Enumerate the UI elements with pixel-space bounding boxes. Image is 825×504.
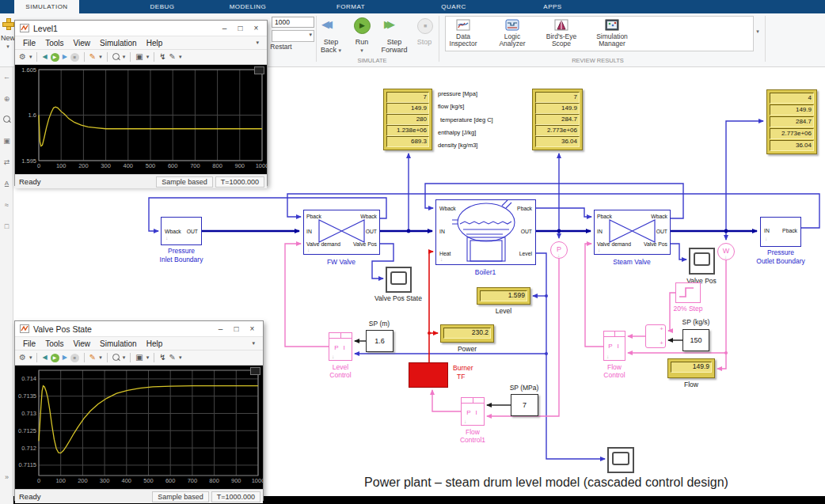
run-button[interactable]: Run▾ — [346, 38, 378, 55]
style-brush-icon[interactable]: ✎ — [89, 353, 96, 362]
new-button[interactable]: New — [0, 34, 16, 42]
step-forward-icon[interactable]: ▶ — [63, 353, 67, 362]
settings-gear-icon[interactable]: ⚙ — [19, 353, 26, 362]
step-forward-icon[interactable]: ▶▶ — [384, 16, 390, 33]
stop-time-input[interactable] — [272, 17, 314, 28]
zoom-icon[interactable] — [112, 353, 120, 362]
trigger-icon[interactable]: ↯ — [159, 353, 165, 362]
display-block-fw[interactable]: 7 149.9 280 1.238e+06 689.3 — [383, 89, 432, 150]
expand-axes-icon[interactable] — [254, 66, 264, 74]
block-level-control[interactable]: P I ↓ — [329, 332, 352, 361]
fit-view-icon[interactable]: ▣ — [0, 137, 13, 145]
window-title-bar[interactable]: Valve Pos State – □ × — [15, 321, 263, 337]
area-icon[interactable]: □ — [0, 222, 13, 230]
menu-file[interactable]: File — [18, 339, 40, 348]
block-sp-m[interactable]: 1.6 — [366, 330, 393, 352]
curve-icon[interactable]: ≈ — [0, 201, 13, 209]
run-icon[interactable]: ▶ — [51, 354, 59, 362]
block-scope-valve-pos[interactable] — [689, 248, 715, 275]
block-pressure-inlet-boundary[interactable]: Wback OUT ↓ — [161, 217, 202, 245]
pin-icon[interactable]: ▾ — [247, 340, 260, 347]
fit-view-icon[interactable]: ▣ — [135, 52, 143, 62]
tab-quarc[interactable]: QUARC — [426, 0, 481, 13]
tab-apps[interactable]: APPS — [529, 0, 576, 13]
sensor-pressure[interactable]: P↓ — [550, 241, 568, 259]
step-forward-button[interactable]: StepForward — [378, 38, 410, 54]
stop-button[interactable]: Stop — [409, 38, 440, 46]
window-title-bar[interactable]: Level1 – □ × — [15, 21, 267, 36]
chevron-down-icon[interactable]: ▾ — [0, 43, 16, 51]
menu-help[interactable]: Help — [142, 339, 168, 348]
block-pressure-outlet-boundary[interactable]: IN Pback ↓ — [760, 217, 801, 247]
block-sp-mpa[interactable]: 7 — [511, 394, 538, 416]
tab-simulation[interactable]: SIMULATION — [14, 0, 79, 13]
scope-plot-area[interactable]: 010020030040050060070080090010001.5951.6… — [15, 65, 267, 174]
maximize-button[interactable]: □ — [234, 24, 246, 32]
menu-help[interactable]: Help — [142, 39, 168, 47]
block-scope-bottom[interactable] — [607, 447, 634, 473]
close-button[interactable]: × — [250, 24, 262, 32]
tab-debug[interactable]: DEBUG — [135, 0, 190, 13]
display-level[interactable]: 1.599 — [477, 287, 530, 305]
menu-file[interactable]: File — [18, 39, 40, 47]
block-flow-control1[interactable]: P I ↓ — [461, 397, 485, 426]
block-burner-tf[interactable] — [409, 362, 448, 388]
scope-window-level1[interactable]: Level1 – □ × File Tools View Simulation … — [14, 20, 268, 186]
block-fw-valve[interactable]: Pback IN Valve demand Wback OUT Valve Po… — [303, 210, 380, 255]
swap-icon[interactable]: ⇄ — [0, 158, 13, 166]
link-signal-icon[interactable]: ◀ — [42, 52, 47, 62]
zoom-icon[interactable] — [112, 52, 120, 62]
stop-icon[interactable]: ■ — [70, 53, 79, 62]
display-block-outlet[interactable]: 4 149.9 284.7 2.773e+06 36.04 — [766, 89, 817, 154]
simulation-mode-dropdown[interactable]: ▾ — [272, 30, 314, 42]
logic-analyzer-button[interactable]: LogicAnalyzer — [489, 19, 535, 48]
tab-modeling[interactable]: MODELING — [220, 0, 276, 13]
step-back-icon[interactable]: ◀◀ — [321, 16, 328, 33]
run-icon[interactable]: ▶ — [354, 17, 371, 34]
minimize-button[interactable]: – — [219, 24, 230, 32]
run-icon[interactable]: ▶ — [51, 53, 59, 62]
menu-simulation[interactable]: Simulation — [95, 339, 142, 348]
block-flow-control[interactable]: P I ↓ — [603, 331, 625, 361]
trigger-icon[interactable]: ↯ — [159, 52, 165, 62]
stop-icon[interactable]: ■ — [70, 354, 79, 362]
scope-plot-area[interactable]: 010020030040050060070080090010000.71150.… — [15, 366, 263, 489]
sensor-flow[interactable]: W↓ — [717, 243, 735, 260]
pin-icon[interactable]: ▾ — [251, 40, 264, 46]
link-signal-icon[interactable]: ◀ — [42, 353, 47, 362]
menu-view[interactable]: View — [68, 339, 95, 348]
minimize-button[interactable]: – — [215, 324, 226, 333]
menu-view[interactable]: View — [68, 39, 95, 47]
settings-gear-icon[interactable]: ⚙ — [19, 52, 26, 62]
annotation-icon[interactable]: A — [0, 180, 13, 187]
menu-simulation[interactable]: Simulation — [95, 39, 142, 47]
expand-palette-icon[interactable]: » — [0, 473, 13, 481]
zoom-indicator-icon[interactable]: ⊕ — [0, 95, 13, 103]
menu-tools[interactable]: Tools — [40, 339, 68, 348]
style-brush-icon[interactable]: ✎ — [89, 52, 96, 62]
panel-expand-icon[interactable]: ▾ — [752, 28, 763, 36]
new-icon[interactable] — [2, 18, 13, 28]
display-power[interactable]: 230.2 — [440, 324, 494, 343]
hide-browser-icon[interactable]: ← — [0, 73, 13, 81]
data-inspector-button[interactable]: DataInspector — [440, 19, 486, 48]
maximize-button[interactable]: □ — [230, 324, 242, 333]
tab-format[interactable]: FORMAT — [323, 0, 378, 13]
display-block-drum[interactable]: 7 149.9 284.7 2.773e+06 36.04 — [532, 89, 583, 150]
zoom-icon[interactable] — [0, 116, 13, 124]
birds-eye-scope-button[interactable]: Bird's-EyeScope — [538, 19, 584, 48]
simulation-manager-button[interactable]: SimulationManager — [587, 19, 637, 48]
close-button[interactable]: × — [246, 324, 258, 333]
fit-view-icon[interactable]: ▣ — [135, 353, 143, 362]
step-forward-icon[interactable]: ▶ — [63, 52, 67, 62]
stop-icon[interactable]: ■ — [417, 18, 433, 34]
block-sp-kgs[interactable]: 150 — [682, 329, 709, 351]
measurements-icon[interactable]: ✎ — [169, 353, 176, 362]
step-back-button[interactable]: StepBack ▾ — [315, 38, 347, 55]
block-steam-valve[interactable]: Pback IN Valve demand Wback OUT Valve Po… — [594, 210, 671, 255]
expand-axes-icon[interactable] — [250, 367, 260, 375]
block-scope-valve-pos-state[interactable] — [386, 267, 412, 293]
measurements-icon[interactable]: ✎ — [169, 52, 176, 62]
display-flow[interactable]: 149.9 — [667, 358, 715, 378]
menu-tools[interactable]: Tools — [40, 39, 68, 47]
